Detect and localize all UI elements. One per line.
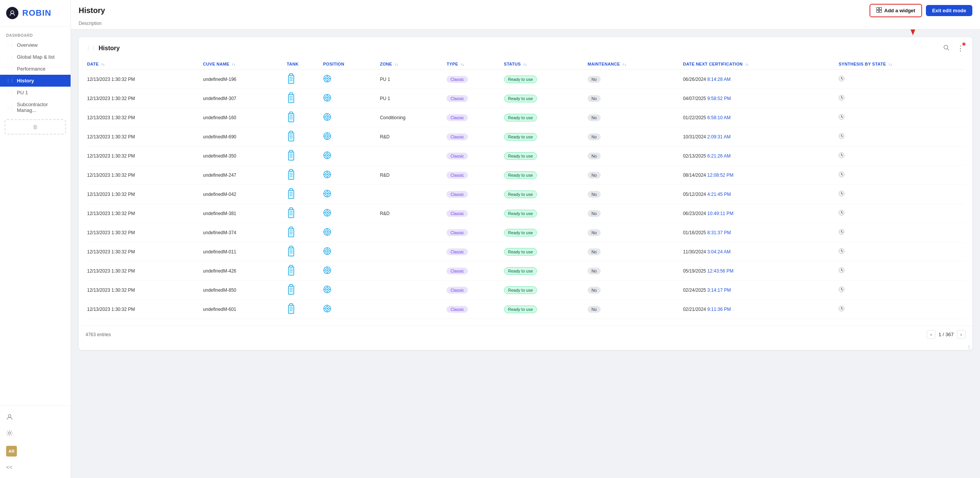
pagination-next[interactable]: › — [957, 330, 965, 339]
tank-icon — [287, 214, 295, 220]
position-icon — [323, 174, 331, 180]
sidebar-nav: DASHBOARD ⋮⋮ Overview ⋮⋮ Global Map & li… — [0, 26, 71, 406]
type-badge: Classic — [446, 248, 468, 255]
drag-dots-icon: ⋮⋮ — [6, 67, 14, 71]
cell-tank — [285, 70, 322, 89]
cell-synthesis — [837, 127, 965, 146]
svg-rect-117 — [288, 209, 294, 218]
date-value: 12/13/2023 — [87, 211, 110, 216]
sidebar-item-label: Overview — [17, 42, 38, 48]
clock-icon — [838, 249, 845, 255]
resize-handle[interactable]: ⣿ — [79, 344, 972, 350]
maintenance-badge: No — [588, 172, 601, 179]
sidebar-item-subcontractor[interactable]: ⋮⋮ Subcontractor Manag... — [0, 99, 71, 116]
clock-icon — [838, 77, 845, 83]
table-row[interactable]: 12/13/2023 1:30:32 PM undefinedM-350 — [86, 146, 965, 166]
cell-position — [321, 127, 378, 146]
table-row[interactable]: 12/13/2023 1:30:32 PM undefinedM-042 — [86, 185, 965, 204]
status-badge: Ready to use — [504, 152, 537, 160]
tank-icon — [287, 233, 295, 239]
cert-time-value: 10:49:11 PM — [707, 211, 733, 216]
svg-rect-118 — [290, 208, 293, 210]
drag-handle-icon[interactable]: ⋮⋮ — [86, 45, 96, 51]
table-row[interactable]: 12/13/2023 1:30:32 PM undefinedM-160 — [86, 108, 965, 127]
col-type[interactable]: TYPE ↑↓ — [445, 59, 502, 70]
sidebar-settings[interactable] — [6, 427, 64, 441]
table-row[interactable]: 12/13/2023 1:30:32 PM undefinedM-690 — [86, 127, 965, 146]
sidebar-item-overview[interactable]: ⋮⋮ Overview — [0, 39, 71, 51]
more-options-button[interactable]: ⋮ — [955, 43, 965, 54]
table-row[interactable]: 12/13/2023 1:30:32 PM undefinedM-196 — [86, 70, 965, 89]
table-row[interactable]: 12/13/2023 1:30:32 PM undefinedM-011 — [86, 242, 965, 261]
sort-icon: ↑↓ — [523, 62, 527, 66]
exit-edit-mode-button[interactable]: Exit edit mode — [926, 5, 972, 16]
cell-cuve-name: undefinedM-011 — [201, 242, 285, 261]
svg-point-184 — [326, 289, 328, 290]
sidebar-item-label: History — [17, 78, 34, 84]
col-cuve-name[interactable]: CUVE NAME ↑↓ — [201, 59, 285, 70]
table-row[interactable]: 12/13/2023 1:30:32 PM undefinedM-850 — [86, 281, 965, 300]
status-badge: Ready to use — [504, 306, 537, 313]
sidebar-profile[interactable] — [6, 411, 64, 425]
svg-point-49 — [326, 116, 328, 118]
sidebar-section-label: DASHBOARD — [0, 31, 71, 39]
time-value: 1:30:32 PM — [111, 307, 135, 312]
cell-status: Ready to use — [502, 204, 586, 223]
svg-point-10 — [944, 45, 948, 49]
pagination-prev[interactable]: ‹ — [927, 330, 935, 339]
maintenance-badge: No — [588, 306, 601, 313]
sidebar-item-pu1[interactable]: ⋮⋮ PU 1 — [0, 87, 71, 99]
table-row[interactable]: 12/13/2023 1:30:32 PM undefinedM-601 — [86, 300, 965, 319]
cell-position — [321, 89, 378, 108]
date-value: 12/13/2023 — [87, 96, 110, 101]
svg-rect-27 — [288, 94, 294, 103]
add-widget-button[interactable]: Add a widget — [870, 4, 922, 17]
status-badge: Ready to use — [504, 171, 537, 179]
clock-icon — [838, 115, 845, 121]
sidebar-user-avatar[interactable]: AR — [6, 443, 64, 460]
cell-type: Classic — [445, 127, 502, 146]
tank-icon — [287, 157, 295, 162]
cell-cert-date: 01/16/2025 8:31:37 PM — [682, 223, 837, 242]
cell-maintenance: No — [586, 108, 682, 127]
sort-icon: ↑↓ — [745, 62, 749, 66]
maintenance-badge: No — [588, 95, 601, 102]
table-row[interactable]: 12/13/2023 1:30:32 PM undefinedM-307 — [86, 89, 965, 108]
search-button[interactable] — [942, 43, 951, 54]
col-maintenance[interactable]: MAINTENANCE ↑↓ — [586, 59, 682, 70]
col-zone[interactable]: ZONE ↑↓ — [378, 59, 445, 70]
table-row[interactable]: 12/13/2023 1:30:32 PM undefinedM-374 — [86, 223, 965, 242]
tank-icon — [287, 80, 295, 85]
type-badge: Classic — [446, 172, 468, 179]
sort-icon: ↑↓ — [232, 62, 236, 66]
description-input[interactable] — [79, 21, 972, 29]
maintenance-badge: No — [588, 133, 601, 140]
cell-cuve-name: undefinedM-042 — [201, 185, 285, 204]
cuve-name-value: undefinedM-011 — [203, 249, 236, 255]
cell-status: Ready to use — [502, 89, 586, 108]
cuve-name-value: undefinedM-374 — [203, 230, 236, 235]
svg-marker-9 — [909, 30, 917, 35]
col-status[interactable]: STATUS ↑↓ — [502, 59, 586, 70]
table-row[interactable]: 12/13/2023 1:30:32 PM undefinedM-247 — [86, 166, 965, 185]
page-title-input[interactable] — [79, 6, 870, 15]
date-value: 12/13/2023 — [87, 172, 110, 178]
col-date-next-cert[interactable]: DATE NEXT CERTIFICATION ↑↓ — [682, 59, 837, 70]
sidebar-item-global-map[interactable]: ⋮⋮ Global Map & list — [0, 51, 71, 63]
sidebar-collapse[interactable]: << — [6, 461, 64, 473]
maintenance-badge: No — [588, 287, 601, 294]
sidebar-item-performance[interactable]: ⋮⋮ Performance — [0, 63, 71, 75]
cell-tank — [285, 281, 322, 300]
date-value: 12/13/2023 — [87, 115, 110, 120]
col-synthesis[interactable]: SYNTHESIS BY STATE ↑↓ — [837, 59, 965, 70]
table-row[interactable]: 12/13/2023 1:30:32 PM undefinedM-381 — [86, 204, 965, 223]
cert-date-value: 01/22/2025 — [683, 115, 706, 120]
col-date[interactable]: DATE ↑↓ — [86, 59, 201, 70]
table-row[interactable]: 12/13/2023 1:30:32 PM undefinedM-426 — [86, 261, 965, 281]
maintenance-badge: No — [588, 248, 601, 255]
sidebar-item-history[interactable]: ⋮⋮ History — [0, 75, 71, 87]
cell-maintenance: No — [586, 204, 682, 223]
cell-cuve-name: undefinedM-160 — [201, 108, 285, 127]
cuve-name-value: undefinedM-850 — [203, 287, 236, 293]
grid-icon — [876, 7, 882, 14]
